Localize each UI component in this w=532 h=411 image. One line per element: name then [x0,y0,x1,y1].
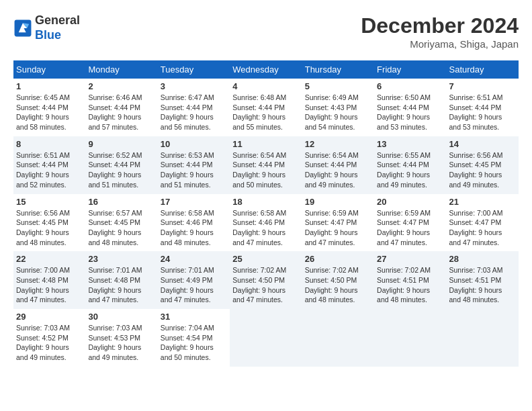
calendar-cell [302,309,374,367]
title-block: December 2024 Moriyama, Shiga, Japan [361,13,519,50]
calendar-week-row: 29 Sunrise: 7:03 AM Sunset: 4:52 PM Dayl… [13,309,519,367]
calendar-cell: 16 Sunrise: 6:57 AM Sunset: 4:45 PM Dayl… [85,194,157,252]
calendar-cell: 17 Sunrise: 6:58 AM Sunset: 4:46 PM Dayl… [158,194,230,252]
calendar-cell [374,309,446,367]
day-number: 25 [232,254,299,264]
calendar-cell: 3 Sunrise: 6:47 AM Sunset: 4:44 PM Dayli… [158,79,230,136]
calendar-cell: 12 Sunrise: 6:54 AM Sunset: 4:44 PM Dayl… [302,136,374,194]
day-number: 27 [377,254,443,264]
day-number: 9 [88,139,154,149]
calendar-cell: 24 Sunrise: 7:01 AM Sunset: 4:49 PM Dayl… [158,251,230,309]
calendar-body: 1 Sunrise: 6:45 AM Sunset: 4:44 PM Dayli… [13,79,519,367]
day-number: 3 [161,81,227,91]
logo: General Blue [13,13,80,42]
day-number: 10 [161,139,227,149]
day-number: 28 [449,254,516,264]
calendar-header-row: SundayMondayTuesdayWednesdayThursdayFrid… [13,60,519,79]
calendar-cell: 10 Sunrise: 6:53 AM Sunset: 4:44 PM Dayl… [158,136,230,194]
day-info: Sunrise: 6:54 AM Sunset: 4:44 PM Dayligh… [305,150,371,190]
calendar-week-row: 1 Sunrise: 6:45 AM Sunset: 4:44 PM Dayli… [13,79,519,136]
calendar-cell [447,309,519,367]
calendar-cell: 9 Sunrise: 6:52 AM Sunset: 4:44 PM Dayli… [85,136,157,194]
day-number: 30 [88,312,154,322]
calendar-cell: 7 Sunrise: 6:51 AM Sunset: 4:44 PM Dayli… [447,79,519,136]
day-info: Sunrise: 7:04 AM Sunset: 4:54 PM Dayligh… [161,323,227,363]
day-info: Sunrise: 6:59 AM Sunset: 4:47 PM Dayligh… [377,208,443,248]
day-number: 6 [377,81,443,91]
page-header: General Blue December 2024 Moriyama, Shi… [13,13,519,50]
weekday-header: Wednesday [230,60,302,79]
calendar-cell: 27 Sunrise: 7:02 AM Sunset: 4:51 PM Dayl… [374,251,446,309]
day-info: Sunrise: 7:03 AM Sunset: 4:53 PM Dayligh… [88,323,154,363]
day-number: 4 [232,81,299,91]
logo-line1: General [35,13,80,28]
calendar-cell: 28 Sunrise: 7:03 AM Sunset: 4:51 PM Dayl… [447,251,519,309]
day-number: 2 [88,81,154,91]
day-info: Sunrise: 7:03 AM Sunset: 4:52 PM Dayligh… [16,323,83,363]
day-info: Sunrise: 6:58 AM Sunset: 4:46 PM Dayligh… [232,208,299,248]
calendar-cell: 20 Sunrise: 6:59 AM Sunset: 4:47 PM Dayl… [374,194,446,252]
location: Moriyama, Shiga, Japan [361,38,519,50]
calendar-cell: 21 Sunrise: 7:00 AM Sunset: 4:47 PM Dayl… [447,194,519,252]
day-number: 7 [449,81,516,91]
day-info: Sunrise: 6:55 AM Sunset: 4:44 PM Dayligh… [377,150,443,190]
day-number: 29 [16,312,83,322]
calendar-cell: 19 Sunrise: 6:59 AM Sunset: 4:47 PM Dayl… [302,194,374,252]
month-title: December 2024 [361,13,519,38]
calendar-cell: 11 Sunrise: 6:54 AM Sunset: 4:44 PM Dayl… [230,136,302,194]
day-number: 1 [16,81,83,91]
calendar-cell: 22 Sunrise: 7:00 AM Sunset: 4:48 PM Dayl… [13,251,85,309]
day-number: 5 [305,81,371,91]
day-info: Sunrise: 6:53 AM Sunset: 4:44 PM Dayligh… [161,150,227,190]
calendar-week-row: 22 Sunrise: 7:00 AM Sunset: 4:48 PM Dayl… [13,251,519,309]
day-info: Sunrise: 7:03 AM Sunset: 4:51 PM Dayligh… [449,265,516,305]
day-number: 15 [16,197,83,207]
calendar-cell: 31 Sunrise: 7:04 AM Sunset: 4:54 PM Dayl… [158,309,230,367]
logo-icon [13,19,32,38]
day-info: Sunrise: 6:46 AM Sunset: 4:44 PM Dayligh… [88,93,154,132]
calendar-cell: 29 Sunrise: 7:03 AM Sunset: 4:52 PM Dayl… [13,309,85,367]
day-number: 12 [305,139,371,149]
day-info: Sunrise: 6:57 AM Sunset: 4:45 PM Dayligh… [88,208,154,248]
calendar-cell: 8 Sunrise: 6:51 AM Sunset: 4:44 PM Dayli… [13,136,85,194]
day-info: Sunrise: 7:00 AM Sunset: 4:47 PM Dayligh… [449,208,516,248]
day-number: 26 [305,254,371,264]
day-info: Sunrise: 6:47 AM Sunset: 4:44 PM Dayligh… [161,93,227,132]
day-number: 31 [161,312,227,322]
day-info: Sunrise: 6:45 AM Sunset: 4:44 PM Dayligh… [16,93,83,132]
day-info: Sunrise: 6:50 AM Sunset: 4:44 PM Dayligh… [377,93,443,132]
day-info: Sunrise: 7:01 AM Sunset: 4:48 PM Dayligh… [88,265,154,305]
day-number: 20 [377,197,443,207]
day-info: Sunrise: 6:58 AM Sunset: 4:46 PM Dayligh… [161,208,227,248]
day-number: 22 [16,254,83,264]
weekday-header: Friday [374,60,446,79]
day-info: Sunrise: 6:56 AM Sunset: 4:45 PM Dayligh… [16,208,83,248]
weekday-header: Monday [85,60,157,79]
day-info: Sunrise: 7:01 AM Sunset: 4:49 PM Dayligh… [161,265,227,305]
calendar-cell: 25 Sunrise: 7:02 AM Sunset: 4:50 PM Dayl… [230,251,302,309]
day-info: Sunrise: 6:51 AM Sunset: 4:44 PM Dayligh… [449,93,516,132]
calendar-cell: 14 Sunrise: 6:56 AM Sunset: 4:45 PM Dayl… [447,136,519,194]
day-number: 23 [88,254,154,264]
calendar-cell: 2 Sunrise: 6:46 AM Sunset: 4:44 PM Dayli… [85,79,157,136]
day-info: Sunrise: 6:49 AM Sunset: 4:43 PM Dayligh… [305,93,371,132]
calendar-cell: 30 Sunrise: 7:03 AM Sunset: 4:53 PM Dayl… [85,309,157,367]
day-info: Sunrise: 6:59 AM Sunset: 4:47 PM Dayligh… [305,208,371,248]
weekday-header: Thursday [302,60,374,79]
day-info: Sunrise: 7:02 AM Sunset: 4:50 PM Dayligh… [232,265,299,305]
day-info: Sunrise: 6:54 AM Sunset: 4:44 PM Dayligh… [232,150,299,190]
calendar-cell: 4 Sunrise: 6:48 AM Sunset: 4:44 PM Dayli… [230,79,302,136]
day-number: 19 [305,197,371,207]
calendar-table: SundayMondayTuesdayWednesdayThursdayFrid… [13,60,519,367]
calendar-cell: 1 Sunrise: 6:45 AM Sunset: 4:44 PM Dayli… [13,79,85,136]
day-number: 24 [161,254,227,264]
calendar-cell: 18 Sunrise: 6:58 AM Sunset: 4:46 PM Dayl… [230,194,302,252]
day-number: 8 [16,139,83,149]
logo-line2: Blue [35,28,80,43]
day-info: Sunrise: 6:56 AM Sunset: 4:45 PM Dayligh… [449,150,516,190]
calendar-cell [230,309,302,367]
day-info: Sunrise: 7:02 AM Sunset: 4:51 PM Dayligh… [377,265,443,305]
calendar-cell: 23 Sunrise: 7:01 AM Sunset: 4:48 PM Dayl… [85,251,157,309]
calendar-week-row: 15 Sunrise: 6:56 AM Sunset: 4:45 PM Dayl… [13,194,519,252]
day-info: Sunrise: 6:52 AM Sunset: 4:44 PM Dayligh… [88,150,154,190]
